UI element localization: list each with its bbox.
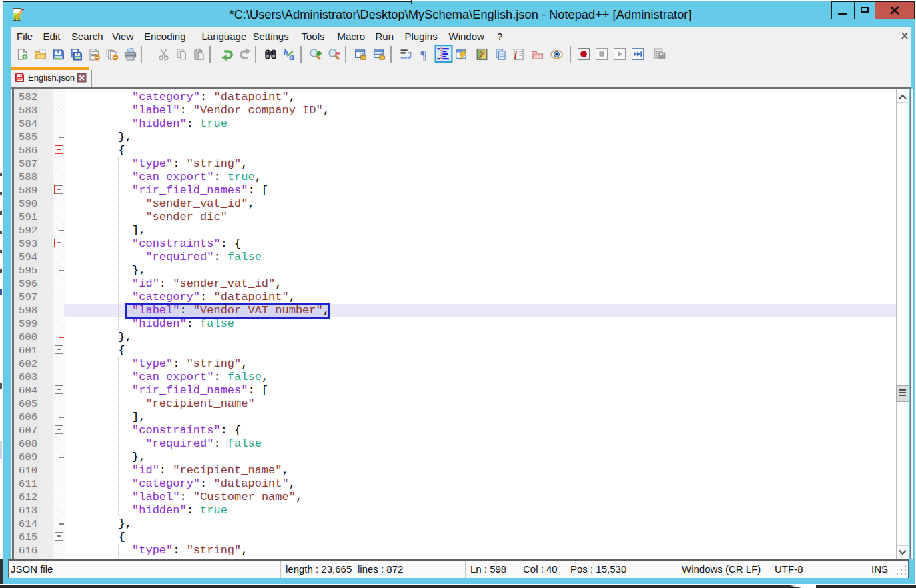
svg-text:¶: ¶ bbox=[420, 48, 427, 61]
